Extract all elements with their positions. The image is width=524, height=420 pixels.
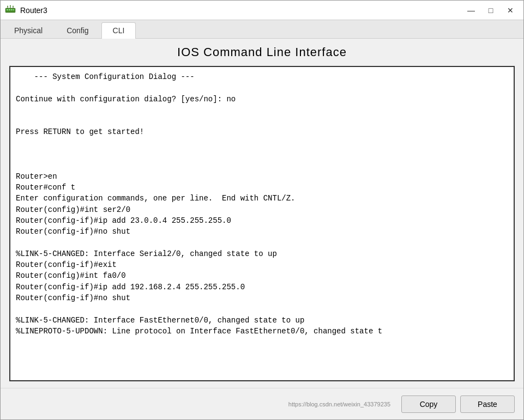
svg-rect-3 [11,9,13,10]
minimize-button[interactable]: — [462,3,480,18]
app-icon [5,5,16,16]
terminal-container[interactable]: --- System Configuration Dialog --- Cont… [9,66,515,381]
tab-cli[interactable]: CLI [101,22,136,39]
tab-physical[interactable]: Physical [3,22,54,38]
bottom-bar: https://blog.csdn.net/weixin_43379235 Co… [1,388,523,419]
content-area: IOS Command Line Interface --- System Co… [1,39,523,388]
terminal-output: --- System Configuration Dialog --- Cont… [16,71,508,337]
main-window: Router3 — □ ✕ Physical Config CLI IOS Co… [0,0,524,420]
svg-rect-1 [7,9,8,10]
tab-config[interactable]: Config [55,22,100,38]
window-title: Router3 [20,6,462,15]
footer-url: https://blog.csdn.net/weixin_43379235 [9,401,397,407]
paste-button[interactable]: Paste [460,395,515,413]
svg-point-9 [10,5,11,6]
close-button[interactable]: ✕ [502,3,519,18]
svg-rect-2 [9,9,10,10]
svg-rect-4 [13,9,14,10]
svg-point-10 [13,5,14,7]
terminal-scroll[interactable]: --- System Configuration Dialog --- Cont… [10,67,514,380]
title-bar: Router3 — □ ✕ [1,1,523,20]
maximize-button[interactable]: □ [482,3,499,18]
copy-button[interactable]: Copy [401,395,456,413]
page-title: IOS Command Line Interface [9,45,515,59]
tab-bar: Physical Config CLI [1,20,523,39]
svg-point-8 [7,5,8,7]
window-controls: — □ ✕ [462,3,519,18]
